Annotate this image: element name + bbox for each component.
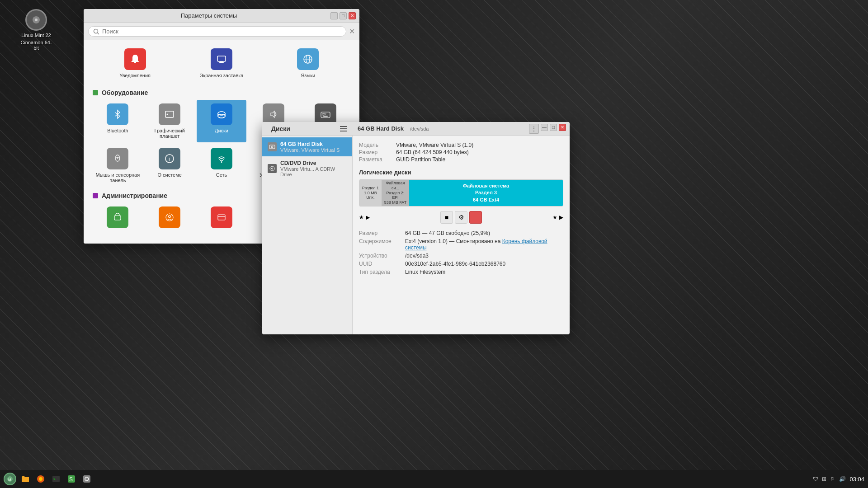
cdrom-icon xyxy=(268,164,277,173)
partition-fat-label: Файловая си...Раздел 2: EFI538 MB FAT xyxy=(383,181,408,205)
disks-titlebar: Диски 64 GB Hard Disk /dev/sda ⋮ — □ ✕ xyxy=(262,122,570,136)
partition-stars-left: ★ ▶ xyxy=(359,214,370,221)
disk-size-row: Размер 64 GB (64 424 509 440 bytes) xyxy=(359,149,563,155)
setting-item-mouse[interactable]: Мышь и сенсорная панель xyxy=(93,144,143,187)
arrow-right[interactable]: ▶ xyxy=(559,214,563,221)
taskbar-firefox-button[interactable] xyxy=(34,473,47,485)
disk-list-item-cdrom[interactable]: CD/DVD Drive VMware Virtu... A CDRW Driv… xyxy=(262,156,352,181)
partition-ext4[interactable]: Файловая системаРаздел 364 GB Ext4 xyxy=(409,180,563,206)
disk-model-label: Модель xyxy=(359,142,391,148)
disk-size-label: Размер xyxy=(359,149,391,155)
mint-menu-button[interactable]: M xyxy=(4,473,16,485)
taskbar-files-button[interactable] xyxy=(19,473,32,485)
disks-minimize-button[interactable]: — xyxy=(541,124,548,131)
pdt-content-label: Содержимое xyxy=(359,238,400,251)
settings-window-controls: — □ ✕ xyxy=(330,12,356,19)
partition-stars-right: ★ ▶ xyxy=(552,214,563,221)
disks-maximize-button[interactable]: □ xyxy=(550,124,557,131)
settings-close-button[interactable]: ✕ xyxy=(349,12,356,19)
setting-item-screensaver[interactable]: Экранная заставка xyxy=(179,45,264,82)
star-right1: ★ xyxy=(552,214,557,221)
pdt-device-row: Устройство /dev/sda3 xyxy=(359,253,563,259)
svg-text:2: 2 xyxy=(325,113,326,116)
pdt-size-row: Размер 64 GB — 47 GB свободно (25,9%) xyxy=(359,230,563,236)
arrow-left[interactable]: ▶ xyxy=(366,214,370,221)
partition-efi[interactable]: Раздел 11.0 MB Unk. xyxy=(359,180,382,206)
pdt-uuid-label: UUID xyxy=(359,261,400,267)
hdd-info: 64 GB Hard Disk VMware, VMware Virtual S xyxy=(280,141,347,153)
taskbar-shield-icon: 🛡 xyxy=(813,476,818,482)
star-left1: ★ xyxy=(359,214,364,221)
partition-settings-button[interactable]: ⚙ xyxy=(455,211,467,224)
pdt-parttype-value: Linux Filesystem xyxy=(405,269,445,275)
taskbar-terminal-button[interactable]: >_ xyxy=(50,473,62,485)
disk-list-item-hdd[interactable]: 64 GB Hard Disk VMware, VMware Virtual S xyxy=(262,137,352,156)
svg-rect-58 xyxy=(83,475,90,483)
setting-item-languages[interactable]: Языки xyxy=(266,45,350,82)
mouse-icon xyxy=(107,148,128,169)
search-clear-button[interactable]: ✕ xyxy=(349,27,355,36)
svg-point-28 xyxy=(221,161,222,163)
disks-close-button[interactable]: ✕ xyxy=(559,124,566,131)
setting-item-network[interactable]: Сеть xyxy=(197,144,247,187)
setting-item-notifications[interactable]: Уведомления xyxy=(93,45,177,82)
disk-model-row: Модель VMware, VMware Virtual S (1.0) xyxy=(359,142,563,148)
svg-rect-37 xyxy=(114,216,121,220)
settings-minimize-button[interactable]: — xyxy=(330,12,338,19)
taskbar-gray-app-button[interactable] xyxy=(80,473,93,485)
svg-point-49 xyxy=(272,168,273,169)
svg-rect-6 xyxy=(217,56,226,61)
terminal-icon: >_ xyxy=(52,474,61,483)
svg-point-17 xyxy=(218,114,225,118)
pdt-parttype-label: Тип раздела xyxy=(359,269,400,275)
svg-point-2 xyxy=(35,19,38,21)
svg-rect-44 xyxy=(340,131,347,131)
setting-item-admin2[interactable] xyxy=(145,203,195,235)
disks-body: 64 GB Hard Disk VMware, VMware Virtual S… xyxy=(262,136,570,334)
setting-item-bluetooth[interactable]: Bluetooth xyxy=(93,100,143,142)
logical-disks-title: Логические диски xyxy=(359,169,563,176)
setting-item-admin1[interactable] xyxy=(93,203,143,235)
admin2-icon xyxy=(159,206,180,228)
svg-point-15 xyxy=(167,114,168,115)
taskbar: M >_ xyxy=(0,470,868,488)
partition-detail-table: Размер 64 GB — 47 GB свободно (25,9%) Со… xyxy=(359,230,563,275)
disks-more-button[interactable]: ⋮ xyxy=(529,124,539,134)
setting-item-tablet[interactable]: Графический планшет xyxy=(145,100,195,142)
taskbar-left: M >_ xyxy=(4,473,93,485)
notifications-icon xyxy=(124,48,146,70)
partition-stop-button[interactable]: ■ xyxy=(440,211,453,224)
sound-svg-icon xyxy=(267,108,280,121)
settings-maximize-button[interactable]: □ xyxy=(340,12,347,19)
partition-remove-button[interactable]: — xyxy=(469,211,482,224)
pdt-size-value: 64 GB — 47 GB свободно (25,9%) xyxy=(405,230,490,236)
disk-partition-label: Разметка xyxy=(359,156,391,163)
partition-fat[interactable]: Файловая си...Раздел 2: EFI538 MB FAT xyxy=(382,180,409,206)
hamburger-icon xyxy=(340,125,347,132)
svg-point-39 xyxy=(169,216,171,218)
disk-partition-row: Разметка GUID Partition Table xyxy=(359,156,563,163)
setting-item-admin3[interactable] xyxy=(197,203,247,235)
search-input[interactable] xyxy=(102,28,341,35)
svg-rect-5 xyxy=(134,62,136,63)
settings-titlebar: Параметры системы — □ ✕ xyxy=(84,9,359,23)
setting-item-about[interactable]: i О системе xyxy=(145,144,195,187)
about-svg-icon: i xyxy=(163,152,176,165)
admin-section-title: Администрирование xyxy=(102,192,167,199)
desktop-icon-linux-mint[interactable]: Linux Mint 22 Cinnamon 64-bit xyxy=(18,9,54,51)
globe-icon xyxy=(302,53,314,66)
taskbar-network-icon[interactable]: ⊞ xyxy=(822,476,826,482)
disks-menu-button[interactable] xyxy=(339,124,349,134)
svg-text:>_: >_ xyxy=(53,477,58,481)
taskbar-green-app-button[interactable]: S xyxy=(65,473,78,485)
green-app-icon: S xyxy=(67,474,76,483)
setting-item-disks[interactable]: Диски xyxy=(197,100,247,142)
setting-label-tablet: Графический планшет xyxy=(146,128,193,139)
mouse-svg-icon xyxy=(111,152,124,165)
disks-window-controls: ⋮ — □ ✕ xyxy=(529,124,566,134)
setting-label-about: О системе xyxy=(157,172,181,178)
partition-bar[interactable]: Раздел 11.0 MB Unk. Файловая си...Раздел… xyxy=(359,179,563,206)
disks-svg-icon xyxy=(215,108,228,121)
taskbar-audio-icon[interactable]: 🔊 xyxy=(839,476,846,482)
admin1-svg-icon xyxy=(111,211,124,224)
